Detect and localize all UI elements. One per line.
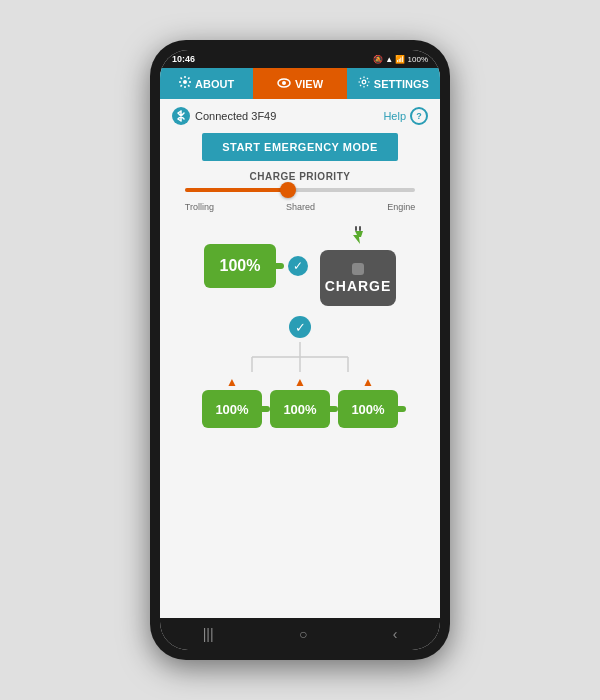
connection-text: Connected 3F49 <box>195 110 276 122</box>
battery-diagram: 100% ✓ <box>172 226 428 610</box>
tab-view-label: VIEW <box>295 78 323 90</box>
battery-terminal-b0 <box>260 406 270 412</box>
slider-label-shared: Shared <box>286 202 315 212</box>
nav-tabs: ABOUT VIEW SE <box>160 68 440 99</box>
bottom-battery-percent-1: 100% <box>283 402 316 417</box>
bottom-battery-0: ▲ 100% <box>202 376 262 428</box>
phone-screen: 10:46 🔕 ▲ 📶 100% ABOUT <box>160 50 440 650</box>
tree-connector <box>230 342 370 372</box>
arrow-up-1: ▲ <box>294 376 306 388</box>
settings-icon <box>358 76 370 91</box>
status-bar: 10:46 🔕 ▲ 📶 100% <box>160 50 440 68</box>
source-battery-percent: 100% <box>220 257 261 275</box>
main-content: Connected 3F49 Help ? START EMERGENCY MO… <box>160 99 440 618</box>
bottom-battery-body-0: 100% <box>202 390 262 428</box>
slider-thumb <box>280 182 296 198</box>
tab-settings-label: SETTINGS <box>374 78 429 90</box>
help-label: Help <box>383 110 406 122</box>
slider-label-engine: Engine <box>387 202 415 212</box>
battery-terminal-b1 <box>328 406 338 412</box>
status-time: 10:46 <box>172 54 195 64</box>
emergency-button[interactable]: START EMERGENCY MODE <box>202 133 398 161</box>
charger-dot <box>352 263 364 275</box>
tab-view[interactable]: VIEW <box>253 68 346 99</box>
svg-rect-5 <box>359 226 361 231</box>
status-icons: 🔕 ▲ 📶 100% <box>373 55 428 64</box>
charger-unit: CHARGE <box>320 226 396 306</box>
tab-about[interactable]: ABOUT <box>160 68 253 99</box>
connection-bar: Connected 3F49 Help ? <box>172 107 428 125</box>
charger-body: CHARGE <box>320 250 396 306</box>
nav-bottom: ||| ○ ‹ <box>160 618 440 650</box>
nav-back-button[interactable]: ‹ <box>383 624 408 644</box>
svg-point-0 <box>183 80 187 84</box>
arrow-up-2: ▲ <box>362 376 374 388</box>
source-check-badge: ✓ <box>288 256 308 276</box>
slider-labels: Trolling Shared Engine <box>185 202 415 212</box>
nav-home-button[interactable]: ○ <box>289 624 317 644</box>
slider-label-trolling: Trolling <box>185 202 214 212</box>
connection-status: Connected 3F49 <box>172 107 276 125</box>
top-row: 100% ✓ <box>204 226 396 306</box>
nav-menu-button[interactable]: ||| <box>193 624 224 644</box>
phone-shell: 10:46 🔕 ▲ 📶 100% ABOUT <box>150 40 450 660</box>
bluetooth-icon <box>172 107 190 125</box>
svg-point-3 <box>362 80 366 84</box>
plug-icon <box>351 226 365 248</box>
bottom-battery-1: ▲ 100% <box>270 376 330 428</box>
help-button[interactable]: Help ? <box>383 107 428 125</box>
battery-terminal <box>274 263 284 269</box>
bottom-battery-2: ▲ 100% <box>338 376 398 428</box>
charge-priority-slider[interactable] <box>185 188 415 192</box>
charger-check-badge: ✓ <box>289 316 311 338</box>
svg-rect-4 <box>355 226 357 231</box>
bottom-battery-percent-2: 100% <box>351 402 384 417</box>
bottom-battery-body-2: 100% <box>338 390 398 428</box>
slider-track <box>185 188 415 192</box>
bottom-batteries-row: ▲ 100% ▲ 100% ▲ <box>202 376 398 428</box>
bottom-battery-body-1: 100% <box>270 390 330 428</box>
bottom-battery-percent-0: 100% <box>215 402 248 417</box>
about-icon <box>179 76 191 91</box>
network-icons: 🔕 ▲ 📶 100% <box>373 55 428 64</box>
source-battery-body: 100% <box>204 244 276 288</box>
arrow-up-0: ▲ <box>226 376 238 388</box>
svg-point-2 <box>282 81 286 85</box>
tab-about-label: ABOUT <box>195 78 234 90</box>
charge-priority-label: CHARGE PRIORITY <box>250 171 351 182</box>
slider-fill <box>185 188 289 192</box>
source-battery: 100% <box>204 244 276 288</box>
tab-settings[interactable]: SETTINGS <box>347 68 440 99</box>
charger-label: CHARGE <box>325 278 392 294</box>
battery-terminal-b2 <box>396 406 406 412</box>
help-circle-icon: ? <box>410 107 428 125</box>
view-icon <box>277 77 291 91</box>
